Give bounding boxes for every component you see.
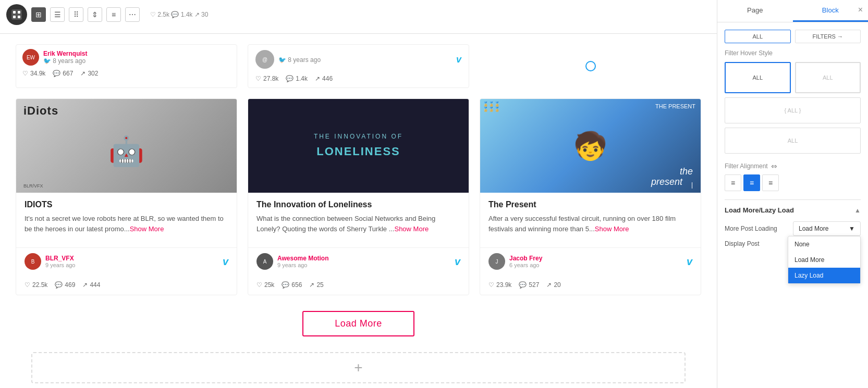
idiots-author-time: 9 years ago — [45, 262, 75, 268]
main-cards-grid: iDiots 🤖 BLR/VFX IDIOTS It's not a secre… — [16, 98, 701, 295]
loading-indicator — [585, 61, 596, 71]
dropdown-load-more[interactable]: Load More — [788, 252, 860, 268]
panel-tabs: Page Block × — [717, 0, 868, 22]
card-idiots: iDiots 🤖 BLR/VFX IDIOTS It's not a secre… — [16, 98, 237, 295]
dropdown-none[interactable]: None — [788, 236, 860, 252]
idiots-footer: B BLR_VFX 9 years ago v — [16, 247, 237, 275]
present-title: The Present — [488, 200, 692, 209]
present-author-time: 6 years ago — [509, 262, 542, 268]
svg-rect-1 — [13, 11, 16, 14]
idiots-vimeo-icon: v — [223, 256, 228, 268]
all-filters-row: ALL FILTERS → — [725, 30, 861, 43]
loneliness-thumbnail: THE INNOVATION OF LONELiNESS — [248, 99, 469, 193]
more-post-loading-label: More Post Loading — [725, 225, 777, 232]
toolbar-drag-icon[interactable]: ⠿ — [69, 7, 83, 22]
loneliness-title: The Innovation of Loneliness — [256, 200, 460, 209]
idiots-author-name: BLR_VFX — [45, 255, 75, 262]
filter-hover-box4[interactable]: ALL — [725, 128, 861, 154]
present-laurels: 🏅🏅🏅🏅🏅🏅 — [483, 102, 500, 112]
toolbar-more-icon[interactable]: ⋯ — [125, 7, 140, 22]
center-vimeo-icon: v — [456, 54, 461, 65]
present-author-avatar: J — [488, 253, 505, 270]
idiots-thumb-meta: BLR/VFX — [23, 183, 43, 189]
filter-hover-preview-row1: ALL ALL — [725, 62, 861, 93]
loneliness-footer: A Awesome Motion 9 years ago v — [248, 247, 469, 275]
tab-block[interactable]: Block — [793, 0, 869, 22]
loading-area — [480, 44, 701, 88]
idiots-desc: It's not a secret we love robots here at… — [25, 214, 228, 234]
toolbar-avatar — [6, 4, 27, 25]
center-time: 🐦 8 years ago — [278, 56, 321, 64]
right-panel: Page Block × ALL FILTERS → Filter Hover … — [717, 0, 868, 388]
more-post-loading-dropdown[interactable]: Load More ▼ — [793, 221, 861, 236]
loneliness-vimeo-icon: v — [455, 256, 460, 268]
toolbar-rss-icon[interactable]: ☰ — [50, 7, 65, 22]
present-character: 🧒 — [573, 130, 607, 162]
dropdown-chevron-icon: ▼ — [849, 225, 855, 232]
present-cursor: | — [691, 181, 693, 189]
toolbar-stats: ♡ 2.5k 💬 1.4k ↗ 30 — [150, 11, 208, 18]
toolbar-grid-icon[interactable]: ⊞ — [31, 7, 46, 22]
filter-alignment-section: Filter Alignment ⇔ ≡ ≡ ≡ — [725, 162, 861, 191]
idiots-stats: ♡ 22.5k 💬 469 ↗ 444 — [16, 278, 237, 295]
loneliness-show-more[interactable]: Show More — [394, 225, 429, 233]
idiots-thumb-brand: iDiots — [23, 104, 58, 117]
filter-hover-box3[interactable]: { ALL } — [725, 97, 861, 123]
align-left-btn[interactable]: ≡ — [725, 174, 741, 191]
load-more-button[interactable]: Load More — [302, 311, 414, 336]
filter-hover-style-section: Filter Hover Style ALL ALL { ALL } ALL — [725, 49, 861, 154]
dropdown-lazy-load[interactable]: Lazy Load — [788, 268, 860, 283]
loneliness-author-time: 9 years ago — [277, 262, 328, 268]
filter-hover-preview-row2: ALL — [725, 128, 861, 154]
present-body: The Present After a very successful fest… — [480, 193, 701, 247]
display-post-label: Display Post — [725, 240, 760, 247]
lazy-load-title: Load More/Lazy Load ▲ — [725, 206, 861, 214]
svg-rect-4 — [18, 16, 20, 18]
all-filter-btn[interactable]: ALL — [725, 30, 791, 43]
present-stats: ♡ 23.9k 💬 527 ↗ 20 — [480, 278, 701, 295]
toolbar-arrows-icon[interactable]: ⇕ — [88, 7, 102, 22]
more-post-loading-row: More Post Loading Load More ▼ None Load … — [725, 221, 861, 236]
idiots-show-more[interactable]: Show More — [130, 225, 164, 233]
align-right-btn[interactable]: ≡ — [762, 174, 779, 191]
erik-shares: ↗ 302 — [80, 70, 98, 77]
card-loneliness: THE INNOVATION OF LONELiNESS The Innovat… — [248, 98, 469, 295]
alignment-icon: ⇔ — [771, 162, 777, 170]
main-content-area: ⊞ ☰ ⠿ ⇕ ≡ ⋯ ♡ 2.5k 💬 1.4k ↗ 30 EW Erik W… — [0, 0, 717, 388]
loneliness-thumb-top: THE INNOVATION OF — [314, 133, 403, 140]
filters-arrow-btn[interactable]: FILTERS → — [795, 30, 861, 43]
filter-hover-title: Filter Hover Style — [725, 49, 861, 57]
svg-rect-3 — [13, 16, 16, 18]
present-thumbnail: 🏅🏅🏅🏅🏅🏅 THE PRESENT 🧒 the present | — [480, 99, 701, 193]
svg-rect-2 — [18, 11, 20, 14]
idiots-thumbnail: iDiots 🤖 BLR/VFX — [16, 99, 237, 193]
present-desc: After a very successful festival circuit… — [488, 214, 692, 234]
erik-likes: ♡ 34.9k — [22, 70, 45, 77]
filter-hover-box1[interactable]: ALL — [725, 62, 791, 93]
align-center-btn[interactable]: ≡ — [743, 174, 760, 191]
tab-page[interactable]: Page — [717, 0, 793, 22]
present-author-name: Jacob Frey — [509, 255, 542, 262]
add-block-row[interactable]: + — [31, 352, 686, 383]
filter-hover-box2[interactable]: ALL — [795, 62, 861, 93]
svg-rect-0 — [11, 9, 22, 20]
idiots-title: IDIOTS — [25, 200, 228, 209]
center-avatar: @ — [255, 50, 274, 69]
lazy-load-section: Load More/Lazy Load ▲ More Post Loading … — [725, 199, 861, 247]
present-banner: THE PRESENT — [655, 103, 695, 109]
lazy-chevron-icon: ▲ — [854, 207, 861, 214]
plus-icon: + — [354, 359, 362, 376]
present-vimeo-icon: v — [687, 256, 692, 268]
panel-close-button[interactable]: × — [858, 5, 863, 15]
present-the-text: the — [680, 166, 693, 177]
cards-section: EW Erik Wernquist 🐦 8 years ago ♡ 34.9k … — [0, 34, 717, 388]
erik-avatar: EW — [22, 49, 39, 66]
robot-figure: 🤖 — [108, 134, 144, 168]
more-post-loading-dropdown-container: Load More ▼ None Load More Lazy Load — [793, 221, 861, 236]
loneliness-desc: What is the connection between Social Ne… — [256, 214, 460, 234]
present-footer: J Jacob Frey 6 years ago v — [480, 247, 701, 275]
filter-alignment-title: Filter Alignment ⇔ — [725, 162, 861, 170]
present-show-more[interactable]: Show More — [595, 225, 629, 233]
toolbar-menu-icon[interactable]: ≡ — [106, 7, 121, 22]
toolbar: ⊞ ☰ ⠿ ⇕ ≡ ⋯ ♡ 2.5k 💬 1.4k ↗ 30 — [0, 0, 717, 34]
